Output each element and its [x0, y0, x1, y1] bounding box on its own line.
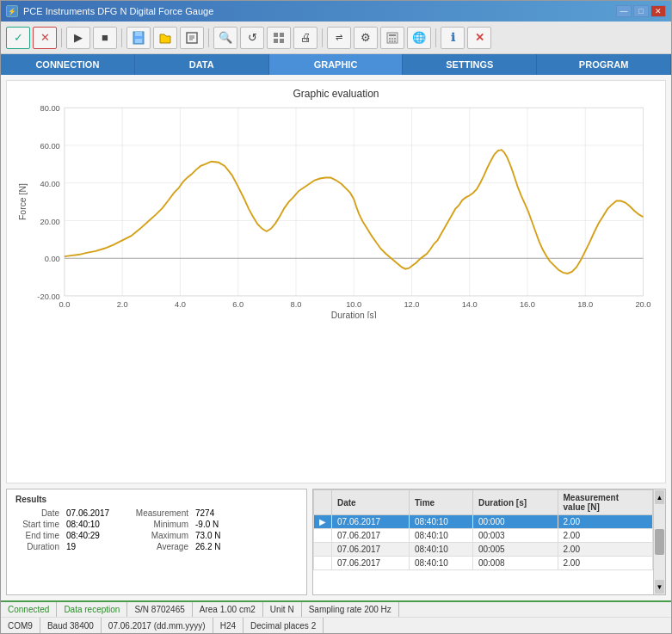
svg-text:8.0: 8.0 — [290, 300, 301, 309]
maximize-button[interactable]: □ — [633, 5, 649, 17]
check-button[interactable]: ✓ — [6, 27, 30, 49]
status-com: COM9 — [1, 618, 40, 633]
tab-data[interactable]: DATA — [135, 54, 269, 75]
svg-point-18 — [394, 40, 396, 42]
row-date: 07.06.2017 — [332, 557, 410, 570]
play-button[interactable]: ▶ — [66, 27, 90, 49]
open-button[interactable] — [153, 27, 177, 49]
svg-text:18.0: 18.0 — [577, 300, 593, 309]
print-button[interactable]: 🖨 — [293, 27, 318, 49]
svg-rect-2 — [135, 39, 142, 43]
row-value: 2.00 — [558, 529, 652, 543]
status-row1: Connected Data reception S/N 8702465 Are… — [1, 602, 671, 618]
refresh-button[interactable]: ↺ — [240, 27, 264, 49]
search-button[interactable]: 🔍 — [213, 27, 237, 49]
svg-rect-1 — [135, 32, 142, 36]
minimize-button[interactable]: — — [616, 5, 632, 17]
save-button[interactable] — [126, 27, 151, 49]
status-bar: Connected Data reception S/N 8702465 Are… — [1, 600, 671, 633]
chart-title: Graphic evaluation — [15, 88, 657, 100]
indicator-header — [314, 490, 332, 515]
average-value: 26.2 N — [192, 541, 298, 552]
tab-graphic[interactable]: GRAPHIC — [269, 54, 404, 75]
svg-text:10.0: 10.0 — [346, 300, 361, 309]
row-indicator — [314, 557, 332, 570]
maximum-value: 73.0 N — [192, 530, 298, 541]
svg-point-16 — [389, 40, 391, 42]
results-panel: Results Date 07.06.2017 Measurement 7274… — [6, 489, 307, 595]
table-row[interactable]: 07.06.2017 08:40:10 00:005 2.00 — [314, 543, 653, 557]
table-scrollbar[interactable]: ▲ ▼ — [653, 489, 665, 594]
tab-settings[interactable]: SETTINGS — [403, 54, 537, 75]
svg-rect-8 — [280, 33, 284, 37]
status-row2: COM9 Baud 38400 07.06.2017 (dd.mm.yyyy) … — [1, 618, 671, 633]
svg-text:40.00: 40.00 — [40, 180, 59, 188]
arrows-button[interactable]: ⇌ — [327, 27, 351, 49]
row-indicator: ▶ — [314, 515, 332, 529]
status-date-format: 07.06.2017 (dd.mm.yyyy) — [102, 618, 213, 633]
table-row[interactable]: 07.06.2017 08:40:10 00:003 2.00 — [314, 529, 653, 543]
chart-area[interactable]: 80.00 60.00 40.00 20.00 0.00 -20.00 Forc… — [15, 103, 657, 318]
data-table-container: Date Time Duration [s] Measurementvalue … — [312, 489, 666, 595]
separator-2 — [121, 28, 122, 47]
svg-text:16.0: 16.0 — [520, 300, 535, 309]
status-serial: S/N 8702465 — [127, 602, 192, 617]
table-row[interactable]: ▶ 07.06.2017 08:40:10 00:000 2.00 — [314, 515, 653, 529]
tab-connection[interactable]: CONNECTION — [1, 54, 135, 75]
svg-text:4.0: 4.0 — [175, 300, 186, 309]
endtime-label: End time — [15, 530, 63, 541]
status-sampling: Sampling rate 200 Hz — [302, 602, 399, 617]
cancel-button[interactable]: ✕ — [33, 27, 57, 49]
svg-text:80.00: 80.00 — [40, 104, 59, 113]
grid-button[interactable] — [267, 27, 291, 49]
bottom-section: Results Date 07.06.2017 Measurement 7274… — [1, 489, 671, 600]
data-table: Date Time Duration [s] Measurementvalue … — [313, 489, 653, 570]
row-indicator — [314, 543, 332, 557]
nav-tabs: CONNECTION DATA GRAPHIC SETTINGS PROGRAM — [1, 54, 671, 75]
svg-point-15 — [394, 38, 396, 40]
table-row[interactable]: 07.06.2017 08:40:10 00:008 2.00 — [314, 557, 653, 570]
row-time: 08:40:10 — [409, 557, 472, 570]
separator-5 — [435, 28, 436, 47]
svg-text:2.0: 2.0 — [117, 300, 128, 309]
row-time: 08:40:10 — [409, 529, 472, 543]
svg-rect-10 — [280, 39, 284, 43]
svg-text:6.0: 6.0 — [232, 300, 244, 309]
tab-program[interactable]: PROGRAM — [537, 54, 671, 75]
globe-button[interactable]: 🌐 — [407, 27, 431, 49]
row-duration: 00:005 — [472, 543, 558, 557]
row-date: 07.06.2017 — [332, 543, 410, 557]
settings-button[interactable]: ⚙ — [354, 27, 378, 49]
minimum-label: Minimum — [127, 519, 192, 530]
status-data-reception: Data reception — [57, 602, 127, 617]
row-value: 2.00 — [558, 557, 652, 570]
stop-button[interactable]: ■ — [93, 27, 117, 49]
chart-section: Graphic evaluation — [6, 80, 666, 483]
status-area: Area 1.00 cm2 — [193, 602, 263, 617]
close2-button[interactable]: ✕ — [467, 27, 491, 49]
status-h24: H24 — [213, 618, 244, 633]
row-time: 08:40:10 — [409, 515, 472, 529]
export-button[interactable] — [180, 27, 204, 49]
info-button[interactable]: ℹ — [441, 27, 465, 49]
svg-point-14 — [391, 38, 393, 40]
duration-value: 19 — [63, 541, 127, 552]
svg-text:0.0: 0.0 — [59, 300, 70, 309]
row-duration: 00:000 — [472, 515, 558, 529]
calc-button[interactable] — [380, 27, 404, 49]
row-value: 2.00 — [558, 515, 652, 529]
row-value: 2.00 — [558, 543, 652, 557]
row-date: 07.06.2017 — [332, 529, 410, 543]
separator-1 — [61, 28, 62, 47]
status-decimal: Decimal places 2 — [244, 618, 324, 633]
time-column-header: Time — [409, 490, 472, 515]
svg-text:20.0: 20.0 — [635, 300, 650, 309]
row-time: 08:40:10 — [409, 543, 472, 557]
separator-3 — [208, 28, 209, 47]
window-title: PCE Instruments DFG N Digital Force Gaug… — [23, 6, 616, 16]
measurement-column-header: Measurementvalue [N] — [558, 490, 652, 515]
svg-text:14.0: 14.0 — [462, 300, 478, 309]
status-baud: Baud 38400 — [40, 618, 102, 633]
close-button[interactable]: ✕ — [650, 5, 666, 17]
svg-rect-9 — [274, 39, 278, 43]
